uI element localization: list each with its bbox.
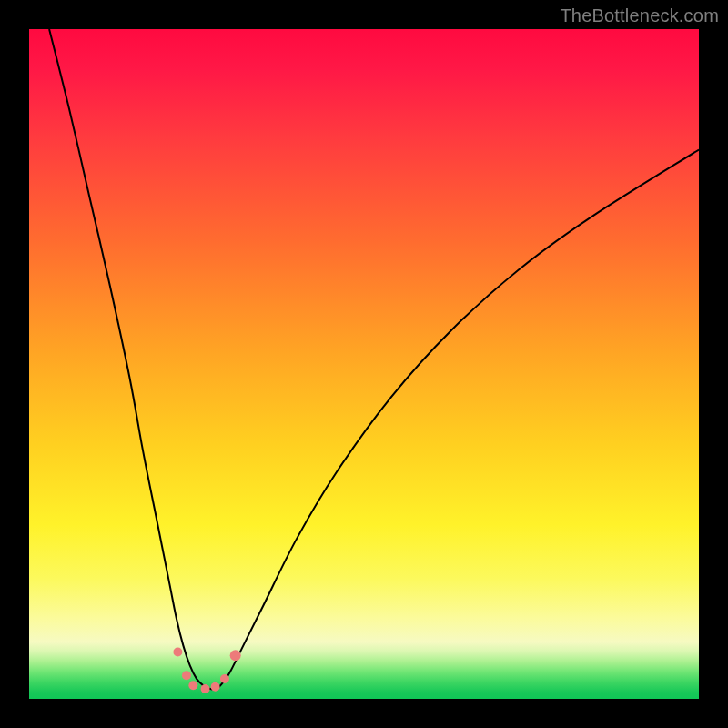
chart-frame: TheBottleneck.com xyxy=(0,0,728,728)
plot-area xyxy=(29,29,699,699)
gradient-background xyxy=(29,29,699,699)
watermark-text: TheBottleneck.com xyxy=(560,5,719,26)
